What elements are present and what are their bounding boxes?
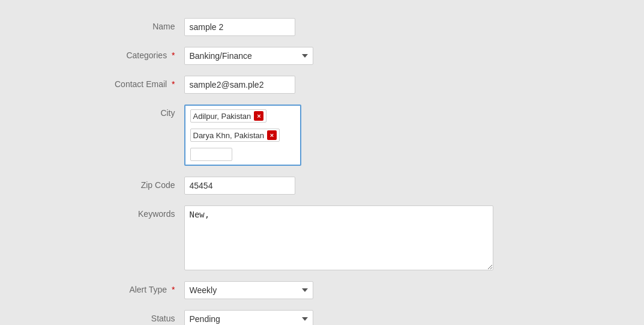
zip-code-label: Zip Code [64,177,184,190]
categories-select[interactable]: Banking/Finance Technology Health Educat… [184,47,313,65]
contact-email-required: * [172,79,175,89]
city-search-input[interactable] [190,148,232,161]
city-tag-adilpur-remove[interactable]: × [254,111,263,121]
contact-email-row: Contact Email * [64,76,580,94]
categories-row: Categories * Banking/Finance Technology … [64,47,580,65]
keywords-label: Keywords [64,205,184,219]
city-box[interactable]: Adilpur, Pakistan × Darya Khn, Pakistan … [184,105,301,166]
name-row: Name [64,18,580,36]
city-tag-adilpur-text: Adilpur, Pakistan [193,112,251,121]
alert-type-label: Alert Type * [64,281,184,294]
city-label: City [64,105,184,118]
categories-label: Categories * [64,47,184,60]
status-label: Status [64,310,184,323]
zip-code-row: Zip Code [64,177,580,195]
status-row: Status Pending Active Inactive [64,310,580,325]
contact-email-input[interactable] [184,76,295,94]
city-row: City Adilpur, Pakistan × Darya Khn, Paki… [64,105,580,166]
categories-required: * [172,50,175,60]
alert-type-row: Alert Type * Weekly Daily Monthly [64,281,580,299]
contact-email-label: Contact Email * [64,76,184,89]
name-label: Name [64,18,184,31]
keywords-textarea[interactable] [184,205,493,270]
status-select[interactable]: Pending Active Inactive [184,310,313,325]
city-tag-adilpur: Adilpur, Pakistan × [190,109,267,123]
alert-type-required: * [172,285,175,294]
name-input[interactable] [184,18,295,36]
city-tag-darya-remove[interactable]: × [267,130,277,140]
alert-type-select[interactable]: Weekly Daily Monthly [184,281,313,299]
zip-code-input[interactable] [184,177,295,195]
city-tag-darya-text: Darya Khn, Pakistan [193,131,265,140]
keywords-row: Keywords [64,205,580,270]
city-tag-darya: Darya Khn, Pakistan × [190,129,280,142]
form-container: Name Categories * Banking/Finance Techno… [52,12,592,325]
